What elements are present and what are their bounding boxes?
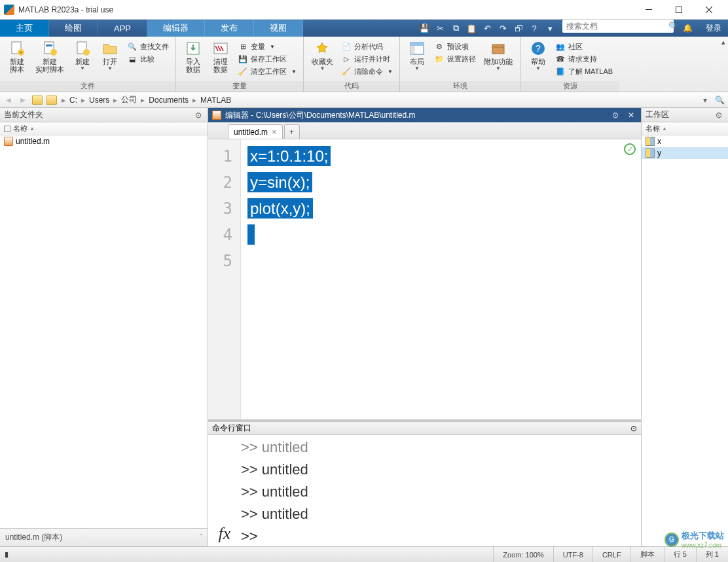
close-tab-button[interactable]: × xyxy=(272,127,277,137)
cut-qat-icon[interactable]: ✂ xyxy=(434,22,446,34)
new-script-button[interactable]: + 新建 脚本 xyxy=(4,39,30,75)
clear-commands-button[interactable]: 🧹清除命令▼ xyxy=(338,65,395,77)
request-support-button[interactable]: ☎请求支持 xyxy=(553,53,615,65)
m-file-icon xyxy=(4,137,13,146)
new-live-script-button[interactable]: 新建 实时脚本 xyxy=(31,39,68,75)
breadcrumb[interactable]: C: xyxy=(69,96,77,105)
open-button[interactable]: 打开 ▼ xyxy=(97,39,123,73)
editor-titlebar: 编辑器 - C:\Users\公司\Documents\MATLAB\untit… xyxy=(208,108,641,122)
address-search-button[interactable]: 🔍 xyxy=(714,94,725,106)
variable-icon xyxy=(646,137,655,146)
command-window[interactable]: fx >> untitled >> untitled >> untitled >… xyxy=(208,435,641,546)
clean-data-button[interactable]: 清理 数据 xyxy=(208,39,234,75)
search-input[interactable] xyxy=(562,22,668,31)
switch-qat-icon[interactable]: 🗗 xyxy=(513,22,524,34)
help-icon: ? xyxy=(530,41,546,56)
new-tab-button[interactable]: + xyxy=(284,124,300,139)
workspace-variable[interactable]: y xyxy=(642,147,728,159)
run-and-time-button[interactable]: ▷运行并计时 xyxy=(338,53,395,65)
minimize-button[interactable] xyxy=(634,0,664,20)
clear-workspace-button[interactable]: 🧹清空工作区▼ xyxy=(235,65,299,77)
compare-button[interactable]: ⬓比较 xyxy=(124,53,172,65)
undo-qat-icon[interactable]: ↶ xyxy=(481,22,493,34)
editor-close-button[interactable]: ✕ xyxy=(625,111,637,120)
import-data-button[interactable]: 导入 数据 xyxy=(180,39,206,75)
window-title: MATLAB R2023a - trial use xyxy=(18,5,634,14)
ribbon-group-code: 收藏夹 ▼ 📄分析代码 ▷运行并计时 🧹清除命令▼ 代码 xyxy=(304,37,400,92)
login-button[interactable]: 登录 xyxy=(699,20,728,37)
tab-editor[interactable]: 编辑器 xyxy=(147,20,205,37)
variable-icon xyxy=(646,149,655,158)
editor-icon xyxy=(212,111,221,120)
learn-matlab-button[interactable]: 📘了解 MATLAB xyxy=(553,65,615,77)
favorites-button[interactable]: 收藏夹 ▼ xyxy=(308,39,337,73)
save-workspace-button[interactable]: 💾保存工作区 xyxy=(235,53,299,65)
details-expand-button[interactable]: ˆ xyxy=(200,533,202,542)
editor-body[interactable]: 12345 x=1:0.1:10; y=sin(x); plot(x,y); ✓ xyxy=(208,139,641,419)
command-text[interactable]: >> untitled >> untitled >> untitled >> u… xyxy=(241,435,641,546)
set-path-button[interactable]: 📁设置路径 xyxy=(431,53,479,65)
svg-text:?: ? xyxy=(536,43,541,54)
tab-view[interactable]: 视图 xyxy=(254,20,303,37)
paste-qat-icon[interactable]: 📋 xyxy=(465,22,477,34)
address-dropdown-button[interactable]: ▾ xyxy=(699,94,711,106)
breadcrumb[interactable]: MATLAB xyxy=(200,96,231,105)
file-tab[interactable]: untitled.m × xyxy=(228,124,283,139)
addons-button[interactable]: 附加功能 ▼ xyxy=(480,39,517,73)
help-button[interactable]: ? 帮助 ▼ xyxy=(525,39,551,73)
status-zoom[interactable]: Zoom: 100% xyxy=(493,547,553,562)
breadcrumb[interactable]: 公司 xyxy=(121,94,137,105)
new-button[interactable]: 新建 ▼ xyxy=(69,39,96,73)
workspace-variable[interactable]: x xyxy=(642,135,728,147)
workspace-menu-button[interactable]: ⊙ xyxy=(714,110,724,120)
panel-menu-button[interactable]: ⊙ xyxy=(193,110,204,120)
gear-icon: ⚙ xyxy=(434,41,445,52)
code-area[interactable]: x=1:0.1:10; y=sin(x); plot(x,y); xyxy=(241,139,641,419)
breadcrumb[interactable]: Users xyxy=(89,96,109,105)
quick-access-toolbar: 💾 ✂ ⧉ 📋 ↶ ↷ 🗗 ? ▾ xyxy=(414,20,560,37)
clean-data-icon xyxy=(213,41,228,56)
workspace-header[interactable]: 名称 ▲ xyxy=(642,122,728,135)
ribbon-group-label: 代码 xyxy=(304,81,399,92)
tab-plots[interactable]: 绘图 xyxy=(49,20,98,37)
redo-qat-icon[interactable]: ↷ xyxy=(497,22,509,34)
chevron-down-icon[interactable]: ▾ xyxy=(544,22,556,34)
status-encoding[interactable]: UTF-8 xyxy=(553,547,592,562)
status-eol[interactable]: CRLF xyxy=(592,547,630,562)
close-button[interactable] xyxy=(694,0,724,20)
set-path-icon: 📁 xyxy=(434,54,445,64)
notifications-button[interactable]: 🔔 xyxy=(676,20,699,37)
nav-up-button[interactable] xyxy=(31,94,43,106)
file-row[interactable]: untitled.m xyxy=(0,135,208,147)
command-menu-button[interactable]: ⊙ xyxy=(630,424,637,433)
analyze-code-button[interactable]: 📄分析代码 xyxy=(338,41,395,52)
collapse-ribbon-button[interactable]: ▴ xyxy=(719,37,728,92)
copy-qat-icon[interactable]: ⧉ xyxy=(450,22,462,34)
workspace-title: 工作区 ⊙ xyxy=(642,108,728,122)
preferences-button[interactable]: ⚙预设项 xyxy=(431,41,479,52)
new-icon xyxy=(75,41,90,56)
tab-publish[interactable]: 发布 xyxy=(205,20,254,37)
maximize-button[interactable] xyxy=(664,0,694,20)
editor-title-text: 编辑器 - C:\Users\公司\Documents\MATLAB\untit… xyxy=(225,110,416,121)
help-qat-icon[interactable]: ? xyxy=(528,22,540,34)
nav-forward-button[interactable]: ► xyxy=(17,94,29,106)
addons-icon xyxy=(490,41,506,56)
find-files-button[interactable]: 🔍查找文件 xyxy=(124,41,172,52)
open-icon xyxy=(102,41,118,56)
editor-menu-button[interactable]: ⊙ xyxy=(610,111,621,120)
ribbon-group-environment: 布局 ▼ ⚙预设项 📁设置路径 附加功能 ▼ 环境 xyxy=(400,37,521,92)
new-variable-button[interactable]: ⊞变量▼ xyxy=(235,41,299,52)
nav-browse-button[interactable] xyxy=(46,94,58,106)
chevron-down-icon: ▼ xyxy=(319,65,325,71)
breadcrumb[interactable]: Documents xyxy=(149,96,189,105)
fx-icon[interactable]: fx xyxy=(219,524,231,544)
nav-back-button[interactable]: ◄ xyxy=(3,94,14,106)
search-documentation[interactable]: 🔍 xyxy=(562,20,674,33)
community-button[interactable]: 👥社区 xyxy=(553,41,615,52)
tab-home[interactable]: 主页 xyxy=(0,20,49,37)
save-qat-icon[interactable]: 💾 xyxy=(418,22,430,34)
tab-apps[interactable]: APP xyxy=(98,20,147,37)
current-folder-header[interactable]: 名称 ▲ xyxy=(0,122,208,135)
layout-button[interactable]: 布局 ▼ xyxy=(404,39,430,73)
